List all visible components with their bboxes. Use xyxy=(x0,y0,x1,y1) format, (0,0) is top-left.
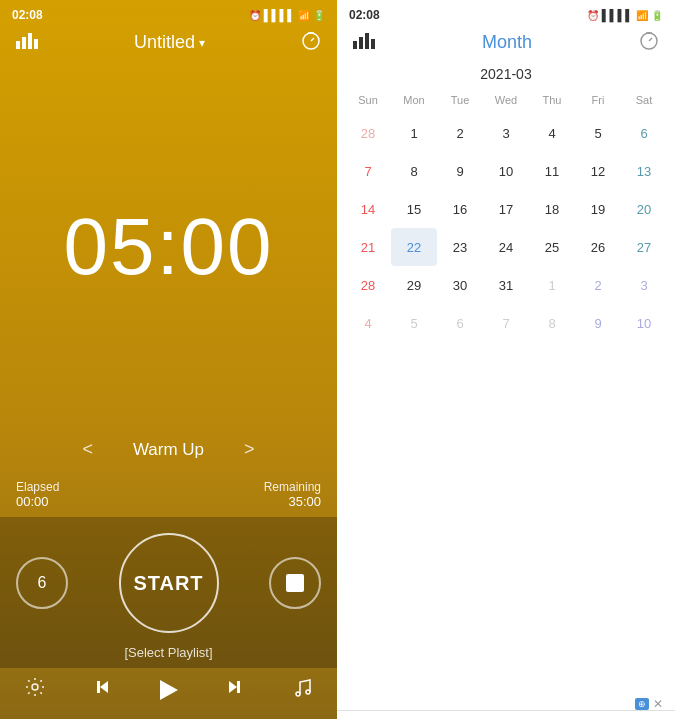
cal-cell[interactable]: 7 xyxy=(345,152,391,190)
cal-cell[interactable]: 10 xyxy=(483,152,529,190)
status-bar-left: 02:08 ⏰ ▌▌▌▌ 📶 🔋 xyxy=(0,0,337,26)
timer-value: 05:00 xyxy=(63,201,273,293)
left-time: 02:08 xyxy=(12,8,43,22)
header-mon: Mon xyxy=(391,90,437,110)
svg-rect-15 xyxy=(353,41,357,49)
header-thu: Thu xyxy=(529,90,575,110)
close-ad-button[interactable]: ✕ xyxy=(653,697,663,711)
cal-cell[interactable]: 9 xyxy=(437,152,483,190)
cal-cell[interactable]: 10 xyxy=(621,304,667,342)
phase-next-arrow[interactable]: > xyxy=(244,439,255,460)
cal-cell[interactable]: 4 xyxy=(529,114,575,152)
calendar-grid: 2812345678910111213141516171819202122232… xyxy=(345,114,667,342)
cal-cell[interactable]: 3 xyxy=(483,114,529,152)
cal-cell[interactable]: 29 xyxy=(391,266,437,304)
workout-title: Untitled xyxy=(134,32,195,53)
svg-marker-11 xyxy=(229,681,237,693)
header-right: Month xyxy=(337,26,675,62)
header-sat: Sat xyxy=(621,90,667,110)
alarm-icon: ⏰ xyxy=(249,10,261,21)
cal-cell[interactable]: 23 xyxy=(437,228,483,266)
right-panel: 02:08 ⏰ ▌▌▌▌ 📶 🔋 Month xyxy=(337,0,675,719)
header-sun: Sun xyxy=(345,90,391,110)
svg-rect-2 xyxy=(28,33,32,49)
elapsed-section: Elapsed 00:00 xyxy=(16,480,59,509)
chart-icon-left[interactable] xyxy=(16,31,38,54)
svg-point-14 xyxy=(306,690,310,694)
remaining-label: Remaining xyxy=(264,480,321,494)
cal-cell[interactable]: 6 xyxy=(621,114,667,152)
start-button[interactable]: START xyxy=(119,533,219,633)
elapsed-time: 00:00 xyxy=(16,494,59,509)
prev-track-icon[interactable] xyxy=(93,677,113,702)
cal-cell[interactable]: 5 xyxy=(391,304,437,342)
chart-icon-right[interactable] xyxy=(353,31,375,53)
cal-cell[interactable]: 9 xyxy=(575,304,621,342)
cal-cell[interactable]: 6 xyxy=(437,304,483,342)
cal-cell[interactable]: 26 xyxy=(575,228,621,266)
cal-cell[interactable]: 25 xyxy=(529,228,575,266)
elapsed-label: Elapsed xyxy=(16,480,59,494)
svg-rect-10 xyxy=(97,681,100,693)
playlist-label[interactable]: [Select Playlist] xyxy=(124,645,212,660)
cal-cell[interactable]: 15 xyxy=(391,190,437,228)
next-track-icon[interactable] xyxy=(224,677,244,702)
cal-cell[interactable]: 22 xyxy=(391,228,437,266)
signal-icon: ▌▌▌▌ xyxy=(264,9,295,21)
cal-cell[interactable]: 1 xyxy=(391,114,437,152)
cal-cell[interactable]: 21 xyxy=(345,228,391,266)
header-fri: Fri xyxy=(575,90,621,110)
battery-icon-right: 🔋 xyxy=(651,10,663,21)
music-icon[interactable] xyxy=(291,677,313,703)
cal-cell[interactable]: 1 xyxy=(529,266,575,304)
cal-cell[interactable]: 14 xyxy=(345,190,391,228)
cal-cell[interactable]: 30 xyxy=(437,266,483,304)
bottom-toolbar xyxy=(0,668,337,719)
svg-point-13 xyxy=(296,692,300,696)
history-icon[interactable] xyxy=(639,30,659,54)
phase-nav: < Warm Up > xyxy=(0,431,337,476)
wifi-icon: 📶 xyxy=(298,10,310,21)
cal-cell[interactable]: 18 xyxy=(529,190,575,228)
svg-line-7 xyxy=(311,38,314,41)
cal-cell[interactable]: 20 xyxy=(621,190,667,228)
cal-cell[interactable]: 13 xyxy=(621,152,667,190)
timer-icon-left[interactable] xyxy=(301,30,321,55)
round-counter-button[interactable]: 6 xyxy=(16,557,68,609)
header-title-left[interactable]: Untitled ▾ xyxy=(134,32,205,53)
controls-area: 6 START [Select Playlist] xyxy=(0,517,337,668)
cal-cell[interactable]: 28 xyxy=(345,114,391,152)
cal-cell[interactable]: 19 xyxy=(575,190,621,228)
phase-prev-arrow[interactable]: < xyxy=(82,439,93,460)
stop-button[interactable] xyxy=(269,557,321,609)
cal-cell[interactable]: 5 xyxy=(575,114,621,152)
svg-rect-1 xyxy=(22,37,26,49)
cal-cell[interactable]: 17 xyxy=(483,190,529,228)
cal-cell[interactable]: 3 xyxy=(621,266,667,304)
cal-cell[interactable]: 28 xyxy=(345,266,391,304)
svg-rect-12 xyxy=(237,681,240,693)
left-status-icons: ⏰ ▌▌▌▌ 📶 🔋 xyxy=(249,9,325,21)
alarm-icon-right: ⏰ xyxy=(587,10,599,21)
wifi-icon-right: 📶 xyxy=(636,10,648,21)
svg-rect-0 xyxy=(16,41,20,49)
elapsed-remaining: Elapsed 00:00 Remaining 35:00 xyxy=(0,476,337,517)
cal-cell[interactable]: 24 xyxy=(483,228,529,266)
signal-icon-right: ▌▌▌▌ xyxy=(602,9,633,21)
cal-cell[interactable]: 12 xyxy=(575,152,621,190)
play-icon[interactable] xyxy=(160,680,178,700)
settings-icon[interactable] xyxy=(24,676,46,703)
cal-cell[interactable]: 16 xyxy=(437,190,483,228)
remaining-section: Remaining 35:00 xyxy=(264,480,321,509)
header-wed: Wed xyxy=(483,90,529,110)
cal-cell[interactable]: 11 xyxy=(529,152,575,190)
svg-marker-9 xyxy=(100,681,108,693)
cal-cell[interactable]: 8 xyxy=(391,152,437,190)
cal-cell[interactable]: 4 xyxy=(345,304,391,342)
cal-cell[interactable]: 31 xyxy=(483,266,529,304)
cal-cell[interactable]: 27 xyxy=(621,228,667,266)
cal-cell[interactable]: 2 xyxy=(437,114,483,152)
cal-cell[interactable]: 2 xyxy=(575,266,621,304)
cal-cell[interactable]: 8 xyxy=(529,304,575,342)
cal-cell[interactable]: 7 xyxy=(483,304,529,342)
